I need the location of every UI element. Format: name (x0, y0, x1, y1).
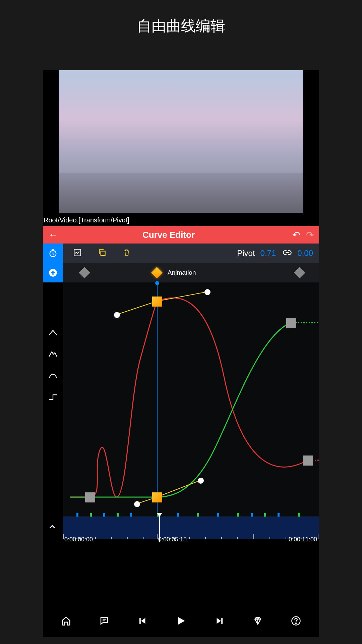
editor-title: Curve Editor (51, 230, 286, 240)
timeline-playhead[interactable] (157, 513, 162, 517)
svg-rect-8 (139, 618, 141, 624)
step-back-icon[interactable] (135, 613, 151, 629)
curve-svg (63, 282, 319, 513)
redo-icon[interactable]: ↷ (306, 229, 314, 240)
keyframe-handle[interactable] (85, 492, 95, 502)
curve-mountain-icon[interactable] (48, 351, 58, 359)
app-frame: Root/Video.[Transform/Pivot] ← Curve Edi… (43, 70, 319, 637)
bezier-handle[interactable] (204, 289, 210, 295)
trash-icon[interactable] (123, 248, 131, 258)
keyframe-handle-active[interactable] (152, 492, 162, 502)
stopwatch-icon[interactable] (43, 244, 63, 263)
video-preview[interactable] (59, 70, 303, 213)
link-icon[interactable] (283, 248, 292, 259)
bezier-handle[interactable] (134, 501, 140, 507)
timeline[interactable]: 0:00:00:00 0:00:05:15 0:00:11:00 (63, 517, 319, 539)
add-keyframe-button[interactable] (43, 263, 63, 282)
step-forward-icon[interactable] (211, 613, 227, 629)
svg-line-5 (117, 301, 157, 315)
keyframe-handle[interactable] (286, 318, 296, 328)
copy-icon[interactable] (98, 248, 107, 258)
breadcrumb-path: Root/Video.[Transform/Pivot] (43, 213, 319, 226)
keyframe-handle-active[interactable] (152, 297, 162, 307)
curve-step-icon[interactable] (48, 394, 58, 402)
home-icon[interactable] (58, 613, 74, 629)
keyframe-marker[interactable] (79, 267, 90, 278)
curve-tools (43, 329, 63, 402)
curve-arc-icon[interactable] (48, 372, 58, 380)
undo-icon[interactable]: ↶ (292, 229, 300, 240)
bezier-handle[interactable] (198, 478, 204, 484)
keyframe-marker[interactable] (294, 267, 305, 278)
editor-header: ← Curve Editor ↶ ↷ (43, 226, 319, 244)
graph-icon[interactable] (73, 248, 82, 258)
bezier-handle[interactable] (114, 312, 120, 318)
page-title: 自由曲线编辑 (0, 0, 362, 56)
svg-rect-9 (222, 618, 223, 624)
svg-line-6 (157, 480, 200, 497)
svg-rect-2 (101, 251, 105, 256)
curve-editor-area[interactable] (63, 282, 319, 513)
help-icon[interactable] (288, 613, 304, 629)
svg-rect-1 (74, 249, 81, 256)
comments-icon[interactable] (96, 613, 112, 629)
chevron-up-icon[interactable] (48, 523, 56, 532)
curve-peak-icon[interactable] (48, 329, 58, 337)
diamond-icon[interactable] (250, 613, 266, 629)
keyframe-marker-active[interactable] (151, 267, 163, 278)
keyframe-handle[interactable] (303, 455, 313, 466)
pivot-value[interactable]: 0.71 (260, 249, 276, 258)
link-value[interactable]: 0.00 (297, 249, 313, 258)
animation-label: Animation (168, 269, 196, 276)
svg-point-11 (296, 623, 296, 624)
play-icon[interactable] (173, 613, 189, 629)
svg-line-4 (157, 292, 207, 301)
bottom-bar (43, 611, 319, 631)
toolbar: Pivot 0.71 0.00 (43, 244, 319, 263)
keyframe-row: Animation (43, 263, 319, 282)
timeline-markers (63, 513, 319, 517)
pivot-label: Pivot (237, 249, 255, 258)
